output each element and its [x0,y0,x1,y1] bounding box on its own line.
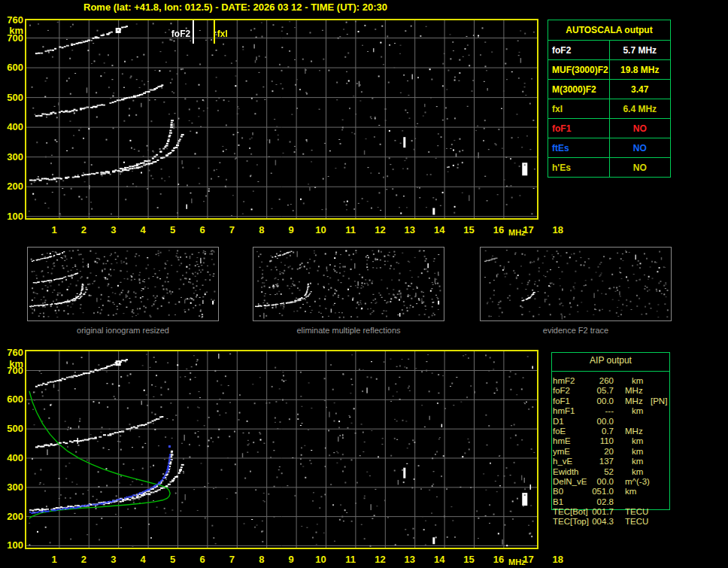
aip-param: ymE [553,447,592,457]
autoscala-row-h'Es: h'EsNO [548,158,671,178]
autoscala-param: h'Es [548,158,610,178]
thumbnail-original-ionogram [27,247,219,321]
aip-note: [PN] [651,396,667,406]
aip-param: foE [553,427,592,436]
x-tick-label-bottom: 13 [400,554,420,564]
x-tick-label-top: 11 [341,225,360,235]
aip-header-separator [552,371,669,372]
aip-param: h_vE [553,457,592,466]
y-tick-label-top: 500 [1,93,23,102]
aip-row-hmF1: hmF1---km [553,406,669,416]
aip-value: 051.0 [592,487,614,497]
autoscala-param: ftEs [548,138,610,158]
autoscala-row-ftEs: ftEsNO [548,138,671,158]
autoscala-param: fxI [548,99,610,119]
aip-value: 260 [592,376,620,386]
x-tick-label-top: 8 [252,225,271,235]
x-tick-label-bottom: 5 [163,554,183,564]
aip-row-Ewidth: Ewidth52km [553,467,669,477]
aip-row-B1: B102.8 [553,497,669,507]
aip-param: hmE [553,436,592,446]
aip-value: 05.7 [592,386,614,396]
x-tick-label-bottom: 18 [548,554,568,564]
autoscala-param: foF2 [548,41,610,60]
x-tick-label-top: 1 [44,225,64,235]
marker-label-foF2: foF2 [160,29,190,38]
thumbnail-eliminate-reflections [253,247,444,321]
aip-value: 02.8 [592,497,614,507]
y-tick-label-top: 300 [1,152,23,162]
aip-unit [625,497,649,507]
x-tick-label-top: 12 [370,225,390,235]
autoscala-param: M(3000)F2 [548,80,610,99]
aip-value: 20 [592,447,620,457]
autoscala-row-foF1: foF1NO [548,119,671,138]
aip-param: TEC[Top] [553,517,592,527]
aip-unit: km [632,457,656,466]
x-tick-label-bottom: 8 [252,554,271,564]
thumbnail-caption: eliminate multiple reflections [253,326,444,335]
aip-row-hmF2: hmF2260km [553,376,669,386]
y-tick-label-bottom: 500 [1,424,23,433]
autoscala-param: foF1 [548,119,610,138]
autoscala-value: 3.47 [609,80,671,99]
aip-unit: km [632,436,656,446]
y-tick-label-top: 100 [1,211,23,221]
y-axis-unit-bottom: km [1,359,23,369]
x-tick-label-top: 3 [104,225,123,235]
y-tick-label-bottom: 760 [1,348,23,357]
aip-value: 00.0 [592,417,614,427]
aip-row-TEC[Top]: TEC[Top]004.3TECU [553,517,669,527]
autoscala-value: NO [609,138,671,158]
aip-value: 004.3 [592,517,614,527]
aip-param: DelN_vE [553,477,592,487]
aip-row-h_vE: h_vE137km [553,457,669,466]
aip-row-hmE: hmE110km [553,436,669,446]
aip-unit: MHz [625,386,649,396]
y-tick-label-top: 760 [1,15,23,25]
x-tick-label-top: 2 [74,225,93,235]
aip-unit: km [632,447,656,457]
aip-value: --- [592,406,620,416]
x-tick-label-bottom: 3 [104,554,123,564]
x-tick-label-top: 5 [163,225,183,235]
autoscala-row-MUF(3000)F2: MUF(3000)F219.8 MHz [548,60,671,80]
x-tick-label-bottom: 15 [460,554,479,564]
y-tick-label-bottom: 100 [1,540,23,550]
x-tick-label-bottom: 16 [489,554,508,564]
aip-output-header: AIP output [551,356,670,365]
autoscala-value: NO [609,119,671,138]
aip-param: D1 [553,417,592,427]
aip-value: 00.0 [592,396,614,406]
y-tick-label-bottom: 400 [1,453,23,463]
thumbnail-evidence-f2-trace [480,247,672,321]
aip-row-DelN_vE: DelN_vE00.0m^(-3) [553,477,669,487]
aip-param: Ewidth [553,467,592,477]
aip-row-ymE: ymE20km [553,447,669,457]
aip-unit [625,417,649,427]
x-tick-label-bottom: 14 [429,554,449,564]
autoscala-row-M(3000)F2: M(3000)F23.47 [548,80,671,99]
aip-row-TEC[Bot]: TEC[Bot]001.7TECU [553,507,669,517]
aip-row-B0: B0051.0km [553,487,669,497]
y-tick-label-bottom: 200 [1,512,23,521]
x-tick-label-bottom: 10 [311,554,331,564]
aip-param: TEC[Bot] [553,507,592,517]
aip-row-foE: foE0.7MHz [553,427,669,436]
x-tick-label-bottom: 12 [370,554,390,564]
aip-param: hmF1 [553,406,592,416]
aip-unit: TECU [625,507,649,517]
thumbnail-caption: evidence F2 trace [481,326,671,335]
marker-label-fxI: fxI [217,29,228,38]
x-tick-label-bottom: 7 [222,554,241,564]
y-tick-label-top: 400 [1,122,23,132]
autoscala-app: Rome (lat: +41.8, lon: 012.5) - DATE: 20… [0,0,728,568]
x-axis-unit-bottom: MHz [508,558,526,566]
x-tick-label-top: 6 [193,225,212,235]
autoscala-row-fxI: fxI6.4 MHz [548,99,671,119]
aip-param: foF2 [553,386,592,396]
aip-unit: TECU [625,517,649,527]
x-tick-label-bottom: 11 [341,554,360,564]
aip-row-foF2: foF205.7MHz [553,386,669,396]
autoscala-value: NO [609,158,671,178]
